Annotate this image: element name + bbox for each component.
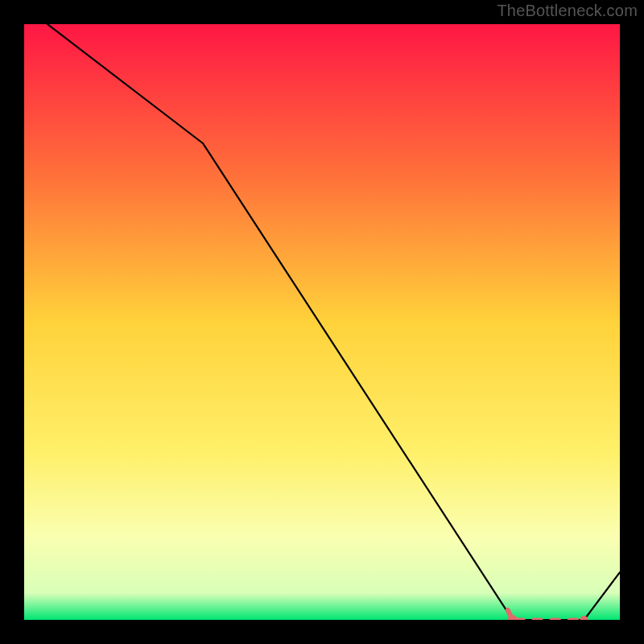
- plot-area: [24, 24, 620, 620]
- watermark-label: TheBottleneck.com: [497, 2, 638, 20]
- chart-background: [24, 24, 620, 620]
- chart-svg: [24, 24, 620, 620]
- chart-container: TheBottleneck.com: [0, 0, 644, 644]
